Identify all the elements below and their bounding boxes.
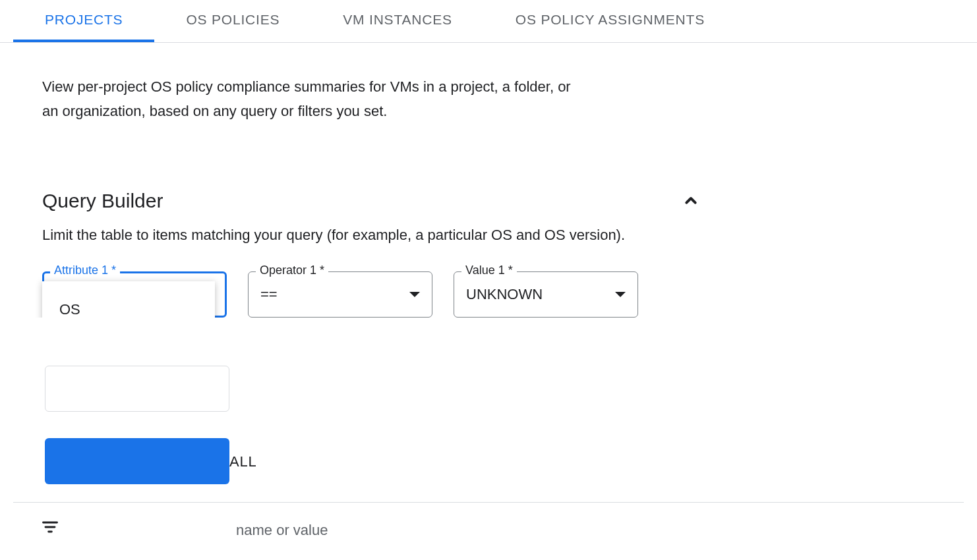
value-value: UNKNOWN (466, 286, 543, 303)
tab-vm-instances[interactable]: VM INSTANCES (311, 0, 484, 42)
attribute-label: Attribute 1 * (50, 264, 120, 277)
value-field-wrapper: Value 1 * UNKNOWN (454, 271, 638, 318)
tab-projects[interactable]: PROJECTS (13, 0, 154, 42)
tab-os-policy-assignments[interactable]: OS POLICY ASSIGNMENTS (484, 0, 736, 42)
operator-label: Operator 1 * (256, 264, 328, 277)
query-builder-header: Query Builder (42, 190, 701, 212)
chevron-down-icon (409, 292, 420, 297)
value-label: Value 1 * (461, 264, 517, 277)
page-description: View per-project OS policy compliance su… (42, 74, 583, 124)
main-content: View per-project OS policy compliance su… (0, 43, 977, 318)
operator-select[interactable]: == (248, 271, 432, 318)
attribute-field-wrapper: Attribute 1 * OS OS version VM running P… (42, 271, 227, 318)
tab-os-policies[interactable]: OS POLICIES (154, 0, 311, 42)
query-builder-description: Limit the table to items matching your q… (42, 227, 935, 244)
value-select[interactable]: UNKNOWN (454, 271, 638, 318)
chevron-down-icon (615, 292, 626, 297)
query-builder-title: Query Builder (42, 190, 163, 212)
attribute-dropdown-menu: OS OS version VM running Policy fingerpr… (42, 281, 215, 318)
query-row: Attribute 1 * OS OS version VM running P… (42, 271, 935, 318)
tabs-bar: PROJECTS OS POLICIES VM INSTANCES OS POL… (0, 0, 977, 43)
chevron-up-icon[interactable] (680, 190, 701, 211)
operator-value: == (260, 286, 278, 303)
operator-field-wrapper: Operator 1 * == (248, 271, 432, 318)
dropdown-option-os[interactable]: OS (42, 288, 215, 318)
